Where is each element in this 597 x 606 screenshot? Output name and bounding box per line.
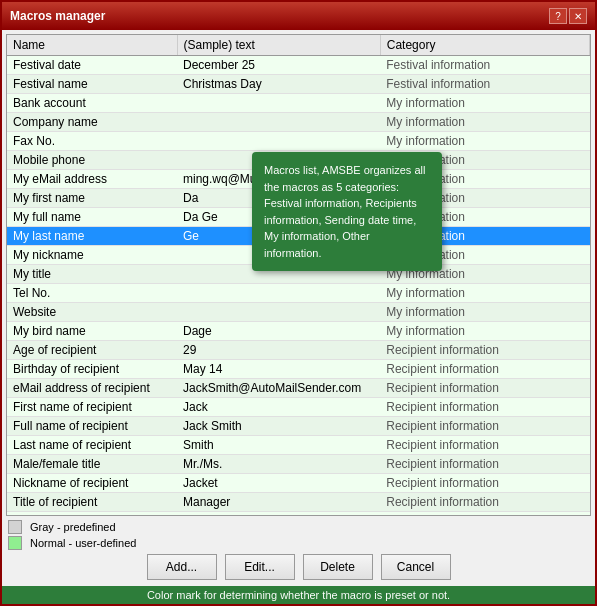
cell-sample: Smith (177, 436, 380, 455)
cell-category: Recipient information (380, 417, 589, 436)
cell-name: Last name of recipient (7, 436, 177, 455)
cell-category: Sending date time (380, 512, 589, 516)
title-bar: Macros manager ? ✕ (2, 2, 595, 30)
title-bar-buttons: ? ✕ (549, 8, 587, 24)
legend-label-green: Normal - user-defined (30, 537, 136, 549)
table-row[interactable]: WebsiteMy information (7, 303, 590, 322)
cell-sample (177, 132, 380, 151)
cell-sample (177, 284, 380, 303)
cancel-button[interactable]: Cancel (381, 554, 451, 580)
status-text: Color mark for determining whether the m… (147, 589, 450, 601)
tooltip-box: Macros list, AMSBE organizes all the mac… (252, 152, 442, 271)
cell-name: Nickname of recipient (7, 474, 177, 493)
cell-category: Festival information (380, 75, 589, 94)
cell-sample: Mr./Ms. (177, 455, 380, 474)
cell-name: My nickname (7, 246, 177, 265)
cell-category: Festival information (380, 56, 589, 75)
cell-sample: Saturday, May 14, 2016 (177, 512, 380, 516)
macros-table: Name (Sample) text Category Festival dat… (7, 35, 590, 515)
cell-sample (177, 94, 380, 113)
cell-sample: 29 (177, 341, 380, 360)
table-row[interactable]: eMail address of recipientJackSmith@Auto… (7, 379, 590, 398)
footer-section: Gray - predefined Normal - user-defined … (2, 516, 595, 586)
cell-name: My eMail address (7, 170, 177, 189)
col-header-name: Name (7, 35, 177, 56)
add-button[interactable]: Add... (147, 554, 217, 580)
cell-sample: Jacket (177, 474, 380, 493)
cell-name: Festival name (7, 75, 177, 94)
cell-name: Birthday of recipient (7, 360, 177, 379)
cell-name: My full name (7, 208, 177, 227)
cell-category: Recipient information (380, 398, 589, 417)
legend-color-gray (8, 520, 22, 534)
macros-manager-window: Macros manager ? ✕ Name (Sample) text Ca… (0, 0, 597, 606)
cell-category: My information (380, 94, 589, 113)
cell-name: Tel No. (7, 284, 177, 303)
cell-name: Bank account (7, 94, 177, 113)
cell-sample (177, 113, 380, 132)
table-row[interactable]: My bird nameDageMy information (7, 322, 590, 341)
legend-row-gray: Gray - predefined (8, 520, 589, 534)
cell-sample: December 25 (177, 56, 380, 75)
button-row: Add... Edit... Delete Cancel (8, 554, 589, 580)
table-row[interactable]: Long dateSaturday, May 14, 2016Sending d… (7, 512, 590, 516)
close-button[interactable]: ✕ (569, 8, 587, 24)
cell-category: Recipient information (380, 341, 589, 360)
cell-category: My information (380, 322, 589, 341)
cell-name: Fax No. (7, 132, 177, 151)
cell-name: Mobile phone (7, 151, 177, 170)
table-row[interactable]: Last name of recipientSmithRecipient inf… (7, 436, 590, 455)
table-scroll-area[interactable]: Name (Sample) text Category Festival dat… (7, 35, 590, 515)
table-row[interactable]: Age of recipient29Recipient information (7, 341, 590, 360)
delete-button[interactable]: Delete (303, 554, 373, 580)
tooltip-text: Macros list, AMSBE organizes all the mac… (264, 164, 425, 259)
legend-row-green: Normal - user-defined (8, 536, 589, 550)
cell-sample: May 14 (177, 360, 380, 379)
cell-category: My information (380, 303, 589, 322)
cell-name: My first name (7, 189, 177, 208)
cell-sample: JackSmith@AutoMailSender.com (177, 379, 380, 398)
cell-name: Website (7, 303, 177, 322)
table-row[interactable]: Title of recipientManagerRecipient infor… (7, 493, 590, 512)
legend-color-green (8, 536, 22, 550)
table-row[interactable]: Festival nameChristmas DayFestival infor… (7, 75, 590, 94)
cell-name: Title of recipient (7, 493, 177, 512)
cell-sample: Jack (177, 398, 380, 417)
table-row[interactable]: Nickname of recipientJacketRecipient inf… (7, 474, 590, 493)
table-row[interactable]: Festival dateDecember 25Festival informa… (7, 56, 590, 75)
col-header-sample: (Sample) text (177, 35, 380, 56)
table-row[interactable]: Male/female titleMr./Ms.Recipient inform… (7, 455, 590, 474)
cell-category: Recipient information (380, 436, 589, 455)
cell-name: Festival date (7, 56, 177, 75)
table-row[interactable]: Tel No.My information (7, 284, 590, 303)
cell-name: Long date (7, 512, 177, 516)
table-row[interactable]: Birthday of recipientMay 14Recipient inf… (7, 360, 590, 379)
cell-category: My information (380, 132, 589, 151)
cell-name: My last name (7, 227, 177, 246)
cell-category: My information (380, 113, 589, 132)
cell-category: Recipient information (380, 493, 589, 512)
cell-category: Recipient information (380, 360, 589, 379)
col-header-category: Category (380, 35, 589, 56)
legend-label-gray: Gray - predefined (30, 521, 116, 533)
cell-sample: Manager (177, 493, 380, 512)
cell-name: Age of recipient (7, 341, 177, 360)
window-title: Macros manager (10, 9, 105, 23)
table-row[interactable]: Fax No.My information (7, 132, 590, 151)
cell-name: Company name (7, 113, 177, 132)
cell-name: My bird name (7, 322, 177, 341)
table-row[interactable]: Full name of recipientJack SmithRecipien… (7, 417, 590, 436)
table-row[interactable]: First name of recipientJackRecipient inf… (7, 398, 590, 417)
cell-name: eMail address of recipient (7, 379, 177, 398)
cell-name: Full name of recipient (7, 417, 177, 436)
table-row[interactable]: Bank accountMy information (7, 94, 590, 113)
cell-sample: Dage (177, 322, 380, 341)
cell-category: My information (380, 284, 589, 303)
cell-sample: Christmas Day (177, 75, 380, 94)
cell-name: Male/female title (7, 455, 177, 474)
cell-sample (177, 303, 380, 322)
edit-button[interactable]: Edit... (225, 554, 295, 580)
table-body: Festival dateDecember 25Festival informa… (7, 56, 590, 516)
help-button[interactable]: ? (549, 8, 567, 24)
table-row[interactable]: Company nameMy information (7, 113, 590, 132)
